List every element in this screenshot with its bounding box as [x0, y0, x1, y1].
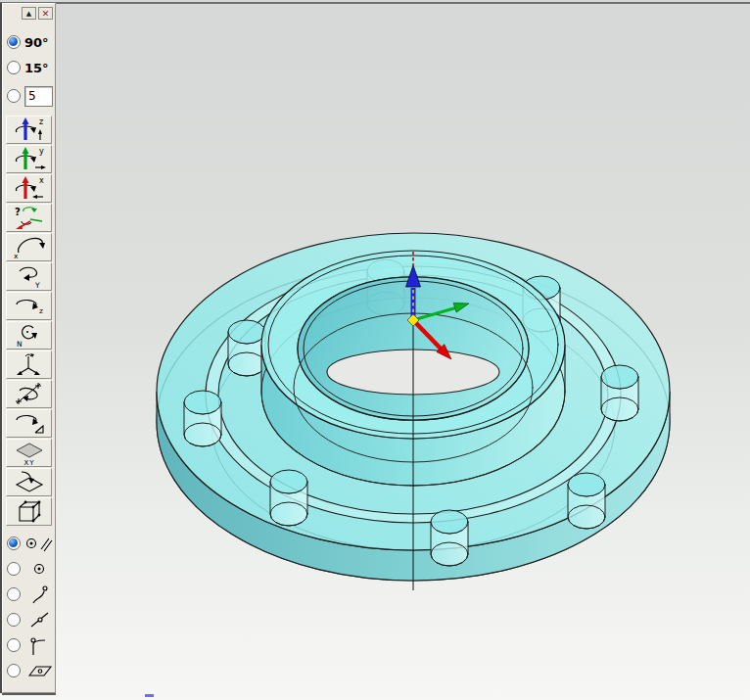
bottom-blue-mark [145, 694, 154, 697]
anchor-point[interactable] [7, 556, 55, 582]
rotate-about-x-button[interactable]: x [6, 174, 52, 203]
custom-angle-input[interactable] [24, 86, 53, 107]
bolt-hole [270, 470, 307, 526]
free-axes-icon [10, 351, 49, 378]
angle-option-15[interactable]: 15° [7, 60, 55, 75]
svg-text:z: z [39, 306, 43, 315]
anchor-point-on-plane[interactable] [7, 658, 55, 683]
rotate-custom-axis-icon: ? [10, 205, 49, 231]
rotate-free-axes-button[interactable] [6, 350, 52, 379]
radio-point[interactable] [7, 562, 21, 576]
rotate-tool-buttons: z y x [3, 116, 55, 526]
rotate-screen-n-button[interactable]: N [6, 321, 52, 350]
anchor-options [3, 531, 55, 683]
panel-titlebar: ▲ ✕ [3, 4, 55, 24]
point-on-corner-icon [23, 634, 55, 656]
rotate-normal-icon [10, 410, 49, 437]
bolt-hole [601, 365, 638, 421]
bolt-hole [228, 320, 265, 376]
rotate-about-y-button[interactable]: y [6, 145, 52, 173]
svg-text:x: x [39, 176, 44, 185]
rotate-screen-x-button[interactable]: x [6, 233, 52, 261]
radio-point-on-plane[interactable] [7, 664, 21, 677]
view-xy-plane-button[interactable]: XY [6, 439, 52, 467]
rotate-screen-y-icon: Y [10, 263, 49, 290]
rotate-screen-y-button[interactable]: Y [6, 262, 52, 291]
rotate-screen-x-icon: x [10, 234, 49, 260]
viewport-3d[interactable] [0, 0, 750, 700]
bolt-hole [431, 510, 468, 566]
svg-text:Y: Y [34, 281, 40, 290]
view-to-plane-button[interactable] [6, 468, 52, 496]
collapse-button[interactable]: ▲ [22, 7, 36, 20]
svg-text:z: z [39, 117, 43, 126]
point-on-axis-icon [23, 533, 55, 554]
svg-text:XY: XY [23, 459, 34, 466]
view-isometric-cube-button[interactable] [6, 497, 52, 526]
rotate-axis-two-points-button[interactable] [6, 380, 52, 408]
angle-90-label: 90° [24, 35, 49, 50]
xy-plane-icon: XY [10, 440, 49, 466]
rotate-z-icon: z [10, 117, 49, 143]
svg-text:y: y [39, 147, 44, 156]
rotate-screen-z-icon: z [10, 293, 49, 319]
angle-option-90[interactable]: 90° [7, 34, 55, 50]
rotate-toolbar-panel: ▲ ✕ 90° 15° z [2, 3, 56, 693]
anchor-point-on-curve[interactable] [7, 582, 55, 607]
anchor-point-on-corner[interactable] [7, 632, 55, 658]
angle-15-label: 15° [24, 61, 49, 75]
anchor-point-on-axis[interactable] [7, 531, 55, 556]
point-on-curve-icon [23, 583, 55, 605]
anchor-point-on-line[interactable] [7, 607, 55, 632]
svg-text:?: ? [15, 207, 21, 217]
point-on-plane-icon [23, 660, 55, 681]
svg-text:N: N [17, 340, 23, 349]
radio-point-on-axis[interactable] [7, 537, 21, 550]
radio-point-on-corner[interactable] [7, 638, 21, 652]
angle-option-custom[interactable] [7, 85, 55, 107]
view-to-plane-icon [10, 469, 49, 495]
radio-custom-icon[interactable] [7, 89, 21, 103]
radio-15-icon[interactable] [7, 61, 21, 74]
radio-point-on-line[interactable] [7, 613, 21, 627]
point-icon [23, 558, 55, 580]
rotate-screen-z-button[interactable]: z [6, 292, 52, 320]
rotate-about-custom-axis-button[interactable]: ? [6, 204, 52, 232]
bolt-hole [184, 391, 221, 446]
point-on-line-icon [23, 609, 55, 630]
bolt-hole [568, 473, 605, 529]
rotate-about-z-button[interactable]: z [6, 116, 52, 144]
rotate-to-normal-button[interactable] [6, 409, 52, 438]
rotate-screen-n-icon: N [10, 322, 49, 349]
close-button[interactable]: ✕ [38, 7, 53, 20]
radio-point-on-curve[interactable] [7, 587, 21, 601]
axis-two-points-icon [10, 381, 49, 407]
radio-90-icon[interactable] [7, 35, 21, 49]
isometric-cube-icon [10, 498, 49, 525]
rotate-x-icon: x [10, 175, 49, 202]
svg-text:x: x [14, 252, 19, 260]
rotate-y-icon: y [10, 146, 49, 172]
